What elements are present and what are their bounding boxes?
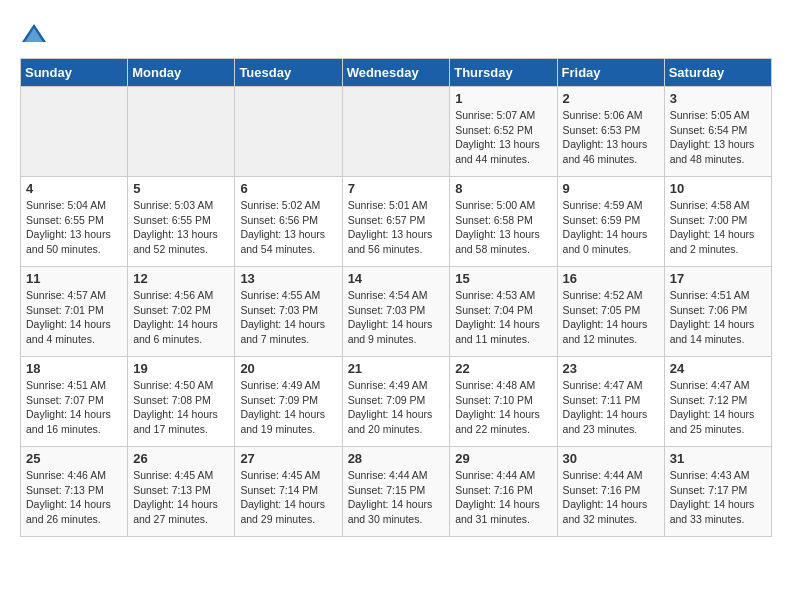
- day-number: 15: [455, 271, 551, 286]
- day-number: 8: [455, 181, 551, 196]
- calendar-header-row: SundayMondayTuesdayWednesdayThursdayFrid…: [21, 59, 772, 87]
- calendar-cell: 20Sunrise: 4:49 AMSunset: 7:09 PMDayligh…: [235, 357, 342, 447]
- calendar-cell: 11Sunrise: 4:57 AMSunset: 7:01 PMDayligh…: [21, 267, 128, 357]
- day-info: Sunrise: 4:56 AMSunset: 7:02 PMDaylight:…: [133, 288, 229, 347]
- day-number: 10: [670, 181, 766, 196]
- day-info: Sunrise: 4:58 AMSunset: 7:00 PMDaylight:…: [670, 198, 766, 257]
- day-number: 5: [133, 181, 229, 196]
- calendar-cell: 22Sunrise: 4:48 AMSunset: 7:10 PMDayligh…: [450, 357, 557, 447]
- day-number: 18: [26, 361, 122, 376]
- day-number: 4: [26, 181, 122, 196]
- day-info: Sunrise: 5:04 AMSunset: 6:55 PMDaylight:…: [26, 198, 122, 257]
- day-header-sunday: Sunday: [21, 59, 128, 87]
- calendar-cell: 31Sunrise: 4:43 AMSunset: 7:17 PMDayligh…: [664, 447, 771, 537]
- calendar-week-3: 11Sunrise: 4:57 AMSunset: 7:01 PMDayligh…: [21, 267, 772, 357]
- calendar-cell: 5Sunrise: 5:03 AMSunset: 6:55 PMDaylight…: [128, 177, 235, 267]
- day-info: Sunrise: 4:59 AMSunset: 6:59 PMDaylight:…: [563, 198, 659, 257]
- calendar-cell: 13Sunrise: 4:55 AMSunset: 7:03 PMDayligh…: [235, 267, 342, 357]
- calendar-week-1: 1Sunrise: 5:07 AMSunset: 6:52 PMDaylight…: [21, 87, 772, 177]
- calendar-cell: 17Sunrise: 4:51 AMSunset: 7:06 PMDayligh…: [664, 267, 771, 357]
- day-number: 16: [563, 271, 659, 286]
- calendar-cell: 2Sunrise: 5:06 AMSunset: 6:53 PMDaylight…: [557, 87, 664, 177]
- day-info: Sunrise: 5:03 AMSunset: 6:55 PMDaylight:…: [133, 198, 229, 257]
- calendar-cell: 16Sunrise: 4:52 AMSunset: 7:05 PMDayligh…: [557, 267, 664, 357]
- calendar-cell: 24Sunrise: 4:47 AMSunset: 7:12 PMDayligh…: [664, 357, 771, 447]
- day-info: Sunrise: 5:02 AMSunset: 6:56 PMDaylight:…: [240, 198, 336, 257]
- day-info: Sunrise: 4:47 AMSunset: 7:11 PMDaylight:…: [563, 378, 659, 437]
- calendar-cell: 6Sunrise: 5:02 AMSunset: 6:56 PMDaylight…: [235, 177, 342, 267]
- calendar-cell: 9Sunrise: 4:59 AMSunset: 6:59 PMDaylight…: [557, 177, 664, 267]
- day-info: Sunrise: 4:50 AMSunset: 7:08 PMDaylight:…: [133, 378, 229, 437]
- calendar-cell: 3Sunrise: 5:05 AMSunset: 6:54 PMDaylight…: [664, 87, 771, 177]
- calendar-cell: 29Sunrise: 4:44 AMSunset: 7:16 PMDayligh…: [450, 447, 557, 537]
- day-header-tuesday: Tuesday: [235, 59, 342, 87]
- day-info: Sunrise: 4:55 AMSunset: 7:03 PMDaylight:…: [240, 288, 336, 347]
- day-info: Sunrise: 5:01 AMSunset: 6:57 PMDaylight:…: [348, 198, 445, 257]
- calendar-week-4: 18Sunrise: 4:51 AMSunset: 7:07 PMDayligh…: [21, 357, 772, 447]
- calendar-cell: 4Sunrise: 5:04 AMSunset: 6:55 PMDaylight…: [21, 177, 128, 267]
- calendar-cell: 14Sunrise: 4:54 AMSunset: 7:03 PMDayligh…: [342, 267, 450, 357]
- day-info: Sunrise: 4:54 AMSunset: 7:03 PMDaylight:…: [348, 288, 445, 347]
- day-number: 23: [563, 361, 659, 376]
- calendar-cell: 19Sunrise: 4:50 AMSunset: 7:08 PMDayligh…: [128, 357, 235, 447]
- day-number: 14: [348, 271, 445, 286]
- day-info: Sunrise: 4:57 AMSunset: 7:01 PMDaylight:…: [26, 288, 122, 347]
- calendar-cell: 7Sunrise: 5:01 AMSunset: 6:57 PMDaylight…: [342, 177, 450, 267]
- day-info: Sunrise: 4:51 AMSunset: 7:07 PMDaylight:…: [26, 378, 122, 437]
- calendar-table: SundayMondayTuesdayWednesdayThursdayFrid…: [20, 58, 772, 537]
- day-number: 11: [26, 271, 122, 286]
- calendar-cell: 1Sunrise: 5:07 AMSunset: 6:52 PMDaylight…: [450, 87, 557, 177]
- day-header-saturday: Saturday: [664, 59, 771, 87]
- day-info: Sunrise: 4:53 AMSunset: 7:04 PMDaylight:…: [455, 288, 551, 347]
- day-info: Sunrise: 4:45 AMSunset: 7:13 PMDaylight:…: [133, 468, 229, 527]
- day-number: 1: [455, 91, 551, 106]
- day-number: 7: [348, 181, 445, 196]
- calendar-cell: 12Sunrise: 4:56 AMSunset: 7:02 PMDayligh…: [128, 267, 235, 357]
- calendar-cell: 21Sunrise: 4:49 AMSunset: 7:09 PMDayligh…: [342, 357, 450, 447]
- calendar-cell: 8Sunrise: 5:00 AMSunset: 6:58 PMDaylight…: [450, 177, 557, 267]
- day-info: Sunrise: 4:52 AMSunset: 7:05 PMDaylight:…: [563, 288, 659, 347]
- day-number: 27: [240, 451, 336, 466]
- logo-icon: [20, 20, 48, 48]
- day-info: Sunrise: 4:49 AMSunset: 7:09 PMDaylight:…: [240, 378, 336, 437]
- logo: [20, 20, 52, 48]
- day-info: Sunrise: 4:44 AMSunset: 7:15 PMDaylight:…: [348, 468, 445, 527]
- day-info: Sunrise: 5:05 AMSunset: 6:54 PMDaylight:…: [670, 108, 766, 167]
- day-header-wednesday: Wednesday: [342, 59, 450, 87]
- day-info: Sunrise: 4:46 AMSunset: 7:13 PMDaylight:…: [26, 468, 122, 527]
- day-info: Sunrise: 4:48 AMSunset: 7:10 PMDaylight:…: [455, 378, 551, 437]
- calendar-week-2: 4Sunrise: 5:04 AMSunset: 6:55 PMDaylight…: [21, 177, 772, 267]
- day-info: Sunrise: 4:45 AMSunset: 7:14 PMDaylight:…: [240, 468, 336, 527]
- day-number: 26: [133, 451, 229, 466]
- day-number: 20: [240, 361, 336, 376]
- calendar-cell: 26Sunrise: 4:45 AMSunset: 7:13 PMDayligh…: [128, 447, 235, 537]
- day-info: Sunrise: 4:43 AMSunset: 7:17 PMDaylight:…: [670, 468, 766, 527]
- day-info: Sunrise: 5:00 AMSunset: 6:58 PMDaylight:…: [455, 198, 551, 257]
- day-header-thursday: Thursday: [450, 59, 557, 87]
- calendar-cell: 18Sunrise: 4:51 AMSunset: 7:07 PMDayligh…: [21, 357, 128, 447]
- day-number: 28: [348, 451, 445, 466]
- day-number: 29: [455, 451, 551, 466]
- day-info: Sunrise: 4:44 AMSunset: 7:16 PMDaylight:…: [563, 468, 659, 527]
- calendar-cell: [342, 87, 450, 177]
- day-info: Sunrise: 4:51 AMSunset: 7:06 PMDaylight:…: [670, 288, 766, 347]
- day-number: 17: [670, 271, 766, 286]
- calendar-cell: [128, 87, 235, 177]
- day-number: 9: [563, 181, 659, 196]
- calendar-cell: 10Sunrise: 4:58 AMSunset: 7:00 PMDayligh…: [664, 177, 771, 267]
- day-number: 22: [455, 361, 551, 376]
- day-header-monday: Monday: [128, 59, 235, 87]
- day-number: 31: [670, 451, 766, 466]
- day-number: 2: [563, 91, 659, 106]
- calendar-cell: 30Sunrise: 4:44 AMSunset: 7:16 PMDayligh…: [557, 447, 664, 537]
- page-header: [20, 20, 772, 48]
- day-number: 25: [26, 451, 122, 466]
- day-number: 24: [670, 361, 766, 376]
- day-info: Sunrise: 5:07 AMSunset: 6:52 PMDaylight:…: [455, 108, 551, 167]
- day-number: 13: [240, 271, 336, 286]
- calendar-cell: 27Sunrise: 4:45 AMSunset: 7:14 PMDayligh…: [235, 447, 342, 537]
- day-info: Sunrise: 4:47 AMSunset: 7:12 PMDaylight:…: [670, 378, 766, 437]
- day-info: Sunrise: 5:06 AMSunset: 6:53 PMDaylight:…: [563, 108, 659, 167]
- day-info: Sunrise: 4:44 AMSunset: 7:16 PMDaylight:…: [455, 468, 551, 527]
- calendar-cell: 25Sunrise: 4:46 AMSunset: 7:13 PMDayligh…: [21, 447, 128, 537]
